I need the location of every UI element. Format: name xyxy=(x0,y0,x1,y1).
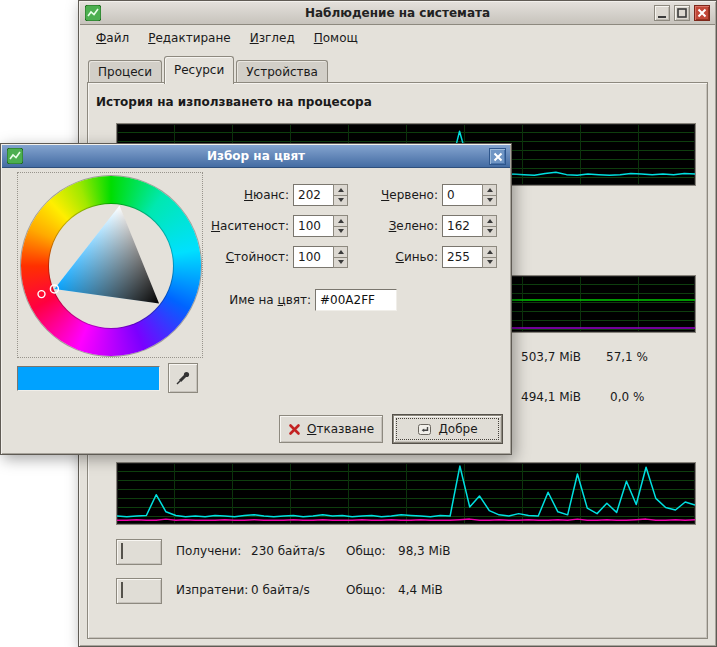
hue-ring-marker xyxy=(38,291,45,298)
swap-used-percent: 0,0 % xyxy=(610,390,644,404)
menubar: Файл Редактиране Изглед Помощ xyxy=(80,25,715,51)
red-value[interactable]: 0 xyxy=(442,184,482,206)
received-color-swatch xyxy=(121,543,123,559)
hue-label: Нюанс: xyxy=(181,184,293,206)
tab-processes[interactable]: Процеси xyxy=(88,60,162,83)
memory-used-value: 503,7 MiB xyxy=(521,350,581,364)
sent-color-button[interactable] xyxy=(116,578,162,604)
hue-value[interactable]: 202 xyxy=(293,184,333,206)
maximize-button[interactable] xyxy=(674,5,690,21)
saturation-spin-up[interactable] xyxy=(333,215,348,227)
green-spinbutton[interactable]: 162 xyxy=(442,215,497,237)
saturation-spin-down[interactable] xyxy=(333,227,348,238)
ok-enter-key-icon xyxy=(417,422,432,437)
color-picker-dialog: Избор на цвят xyxy=(0,143,512,455)
memory-used-percent: 57,1 % xyxy=(606,350,648,364)
red-spin-up[interactable] xyxy=(482,184,497,196)
blue-value[interactable]: 255 xyxy=(442,246,482,268)
close-button[interactable] xyxy=(694,5,710,21)
saturation-label: Наситеност: xyxy=(181,215,293,237)
sent-rate: 0 байта/s xyxy=(251,583,310,597)
cancel-button-label: Отказване xyxy=(307,422,374,436)
red-label: Червено: xyxy=(356,184,442,206)
red-spin-down[interactable] xyxy=(482,196,497,207)
dialog-titlebar[interactable]: Избор на цвят xyxy=(2,145,510,168)
blue-field-row: Синьо: 255 xyxy=(356,246,497,268)
received-total: 98,3 MiB xyxy=(398,544,450,558)
value-value[interactable]: 100 xyxy=(293,246,333,268)
blue-spin-up[interactable] xyxy=(482,246,497,258)
hue-field-row: Нюанс: 202 xyxy=(181,184,348,206)
green-spin-up[interactable] xyxy=(482,215,497,227)
green-value[interactable]: 162 xyxy=(442,215,482,237)
minimize-button[interactable] xyxy=(654,5,670,21)
value-label: Стойност: xyxy=(181,246,293,268)
ok-button-label: Добре xyxy=(438,422,477,436)
blue-spin-down[interactable] xyxy=(482,258,497,269)
received-rate: 230 байта/s xyxy=(251,544,325,558)
value-spinbutton[interactable]: 100 xyxy=(293,246,348,268)
swap-used-value: 494,1 MiB xyxy=(521,390,581,404)
sent-total-label: Общо: xyxy=(346,583,386,597)
menu-edit[interactable]: Редактиране xyxy=(139,27,240,49)
blue-label: Синьо: xyxy=(356,246,442,268)
sent-color-swatch xyxy=(121,582,123,598)
tab-devices[interactable]: Устройства xyxy=(236,60,328,83)
eyedropper-button[interactable] xyxy=(168,363,198,393)
dialog-close-button[interactable] xyxy=(489,148,506,165)
window-title: Наблюдение на системата xyxy=(80,6,715,20)
hue-spin-down[interactable] xyxy=(333,196,348,207)
green-spin-down[interactable] xyxy=(482,227,497,238)
hue-spinbutton[interactable]: 202 xyxy=(293,184,348,206)
value-spin-down[interactable] xyxy=(333,258,348,269)
received-label: Получени: xyxy=(176,544,241,558)
hue-spin-up[interactable] xyxy=(333,184,348,196)
sent-total: 4,4 MiB xyxy=(398,583,443,597)
color-name-label: Име на цвят: xyxy=(201,289,315,311)
color-name-row: Име на цвят: xyxy=(201,289,397,311)
color-name-input[interactable] xyxy=(315,289,397,311)
main-titlebar[interactable]: Наблюдение на системата xyxy=(80,2,715,25)
red-spinbutton[interactable]: 0 xyxy=(442,184,497,206)
saturation-value[interactable]: 100 xyxy=(293,215,333,237)
cpu-history-heading: История на използването на процесора xyxy=(96,95,372,109)
sent-label: Изпратени: xyxy=(176,583,248,597)
tabbar: Процеси Ресурси Устройства xyxy=(88,55,330,83)
color-preview xyxy=(17,366,160,391)
menu-view[interactable]: Изглед xyxy=(241,27,304,49)
received-color-button[interactable] xyxy=(116,539,162,565)
dialog-icon xyxy=(7,148,23,164)
menu-help[interactable]: Помощ xyxy=(305,27,367,49)
cancel-button[interactable]: Отказване xyxy=(279,415,383,443)
green-label: Зелено: xyxy=(356,215,442,237)
color-wheel[interactable] xyxy=(17,172,203,358)
cancel-x-icon xyxy=(288,423,301,436)
green-field-row: Зелено: 162 xyxy=(356,215,497,237)
saturation-field-row: Наситеност: 100 xyxy=(181,215,348,237)
eyedropper-icon xyxy=(175,370,191,386)
received-total-label: Общо: xyxy=(346,544,386,558)
saturation-spinbutton[interactable]: 100 xyxy=(293,215,348,237)
red-field-row: Червено: 0 xyxy=(356,184,497,206)
network-history-chart xyxy=(116,462,696,525)
ok-button[interactable]: Добре xyxy=(393,415,502,443)
system-monitor-icon xyxy=(85,5,101,21)
blue-spinbutton[interactable]: 255 xyxy=(442,246,497,268)
value-spin-up[interactable] xyxy=(333,246,348,258)
menu-file[interactable]: Файл xyxy=(87,27,138,49)
tab-resources[interactable]: Ресурси xyxy=(164,56,234,84)
hsv-triangle[interactable] xyxy=(18,173,204,359)
value-field-row: Стойност: 100 xyxy=(181,246,348,268)
dialog-title: Избор на цвят xyxy=(2,149,510,163)
